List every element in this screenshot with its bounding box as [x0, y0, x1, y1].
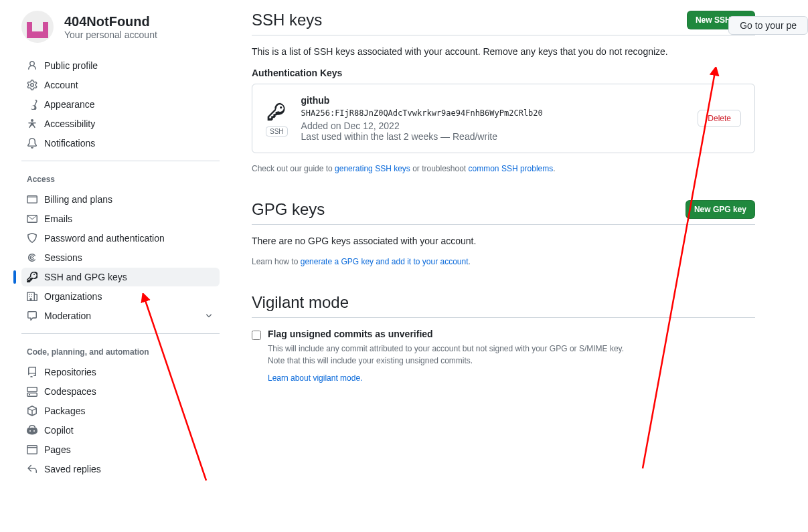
sidebar-item-label: Pages: [44, 444, 71, 455]
ssh-badge: SSH: [266, 126, 288, 137]
sidebar-item-repositories[interactable]: Repositories: [21, 363, 220, 381]
ssh-description: This is a list of SSH keys associated wi…: [252, 46, 755, 57]
chevron-down-icon: [204, 311, 214, 321]
mail-icon: [27, 213, 37, 224]
sidebar-item-label: Emails: [44, 213, 72, 224]
gpg-description: There are no GPG keys associated with yo…: [252, 236, 755, 246]
sidebar-item-label: Repositories: [44, 367, 96, 377]
gpg-keys-title: GPG keys: [252, 200, 325, 219]
repo-icon: [27, 367, 37, 377]
sidebar-item-billing-and-plans[interactable]: Billing and plans: [21, 190, 220, 209]
generating-ssh-keys-link[interactable]: generating SSH keys: [335, 164, 410, 173]
nav-heading: Code, planning, and automation: [21, 342, 220, 362]
vigilant-desc-2: Note that this will include your existin…: [268, 356, 755, 365]
ssh-guide-text: Check out our guide to generating SSH ke…: [252, 164, 755, 173]
sidebar-item-sessions[interactable]: Sessions: [21, 248, 220, 267]
delete-ssh-key-button[interactable]: Delete: [698, 110, 741, 127]
new-gpg-key-button[interactable]: New GPG key: [685, 200, 755, 219]
brush-icon: [27, 99, 37, 110]
person-icon: [27, 60, 37, 71]
ssh-key-fingerprint: SHA256:FIjR88JnZ0QAdcTvwkrkwr9ae94FnhB6W…: [301, 108, 685, 118]
learn-vigilant-mode-link[interactable]: Learn about vigilant mode.: [268, 373, 362, 383]
flag-unsigned-checkbox[interactable]: [252, 331, 261, 340]
reply-icon: [27, 464, 37, 474]
sidebar-item-label: Packages: [44, 406, 85, 416]
sidebar-item-packages[interactable]: Packages: [21, 402, 220, 420]
main-content: SSH keys New SSH key This is a list of S…: [220, 11, 755, 479]
key-icon: [266, 101, 287, 122]
sidebar-item-label: Copilot: [44, 425, 74, 436]
sidebar-item-account[interactable]: Account: [21, 76, 220, 94]
sidebar-item-moderation[interactable]: Moderation: [21, 306, 220, 325]
ssh-key-used: Last used within the last 2 weeks — Read…: [301, 131, 685, 142]
username: 404NotFound: [64, 13, 157, 29]
auth-keys-heading: Authentication Keys: [252, 68, 755, 78]
nav-heading: Access: [21, 169, 220, 189]
sidebar-item-label: Organizations: [44, 291, 102, 302]
ssh-keys-section: SSH keys New SSH key This is a list of S…: [252, 11, 755, 173]
org-icon: [27, 291, 37, 302]
profile-header: 404NotFound Your personal account: [21, 11, 220, 43]
comment-icon: [27, 311, 37, 321]
sidebar-item-label: Notifications: [44, 138, 95, 149]
sidebar-item-codespaces[interactable]: Codespaces: [21, 382, 220, 401]
sidebar-item-notifications[interactable]: Notifications: [21, 134, 220, 153]
sidebar-item-label: Appearance: [44, 99, 95, 110]
sidebar-item-organizations[interactable]: Organizations: [21, 287, 220, 306]
browser-icon: [27, 444, 37, 455]
sidebar-item-copilot[interactable]: Copilot: [21, 421, 220, 440]
sidebar-item-pages[interactable]: Pages: [21, 440, 220, 459]
go-to-profile-button[interactable]: Go to your pe: [728, 16, 808, 35]
flag-unsigned-label: Flag unsigned commits as unverified: [268, 329, 433, 339]
sidebar-item-appearance[interactable]: Appearance: [21, 95, 220, 114]
sidebar-item-saved-replies[interactable]: Saved replies: [21, 460, 220, 478]
package-icon: [27, 406, 37, 416]
gpg-learn-text: Learn how to generate a GPG key and add …: [252, 257, 755, 266]
key-icon: [27, 272, 37, 282]
sidebar-item-public-profile[interactable]: Public profile: [21, 56, 220, 75]
shield-icon: [27, 233, 37, 244]
vigilant-mode-section: Vigilant mode Flag unsigned commits as u…: [252, 293, 755, 383]
sidebar-item-label: SSH and GPG keys: [44, 272, 127, 282]
sidebar-item-accessibility[interactable]: Accessibility: [21, 114, 220, 133]
account-subtitle: Your personal account: [64, 29, 157, 40]
common-ssh-problems-link[interactable]: common SSH problems: [469, 164, 554, 173]
sidebar-item-label: Public profile: [44, 60, 98, 71]
sidebar-item-password-and-authentication[interactable]: Password and authentication: [21, 229, 220, 248]
sidebar-item-label: Password and authentication: [44, 233, 165, 244]
ssh-keys-title: SSH keys: [252, 11, 322, 29]
broadcast-icon: [27, 252, 37, 263]
generate-gpg-key-link[interactable]: generate a GPG key and add it to your ac…: [301, 257, 469, 266]
sidebar-item-emails[interactable]: Emails: [21, 209, 220, 228]
settings-sidebar: 404NotFound Your personal account Public…: [21, 11, 220, 479]
ssh-key-name: github: [301, 95, 685, 106]
vigilant-desc-1: This will include any commit attributed …: [268, 344, 755, 353]
vigilant-mode-title: Vigilant mode: [252, 293, 349, 312]
codespaces-icon: [27, 386, 37, 397]
sidebar-item-label: Accessibility: [44, 118, 95, 129]
ssh-key-card: SSH github SHA256:FIjR88JnZ0QAdcTvwkrkwr…: [252, 84, 755, 153]
sidebar-item-label: Billing and plans: [44, 194, 112, 205]
accessibility-icon: [27, 118, 37, 129]
ssh-key-added: Added on Dec 12, 2022: [301, 120, 685, 131]
avatar[interactable]: [21, 11, 54, 43]
credit-card-icon: [27, 194, 37, 205]
sidebar-item-label: Saved replies: [44, 464, 101, 474]
gpg-keys-section: GPG keys New GPG key There are no GPG ke…: [252, 200, 755, 266]
gear-icon: [27, 80, 37, 90]
sidebar-item-label: Moderation: [44, 311, 91, 321]
bell-icon: [27, 138, 37, 149]
sidebar-item-label: Codespaces: [44, 386, 96, 397]
sidebar-item-ssh-and-gpg-keys[interactable]: SSH and GPG keys: [21, 268, 220, 286]
sidebar-item-label: Sessions: [44, 252, 82, 263]
sidebar-item-label: Account: [44, 80, 78, 90]
copilot-icon: [27, 425, 37, 436]
